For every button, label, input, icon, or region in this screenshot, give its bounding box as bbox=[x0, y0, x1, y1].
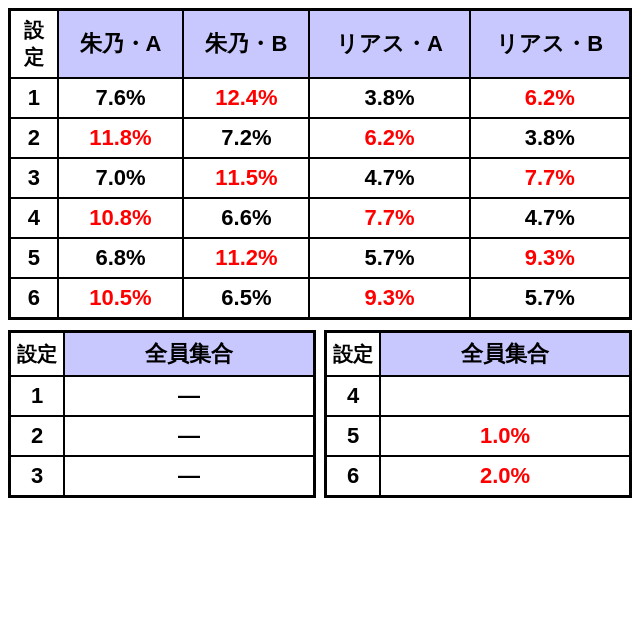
cell-rias_a: 4.7% bbox=[309, 158, 469, 198]
col-header-akane-b: 朱乃・B bbox=[183, 10, 309, 79]
cell-akane_b: 6.5% bbox=[183, 278, 309, 319]
cell-rias_b: 9.3% bbox=[470, 238, 631, 278]
cell-akane_a: 6.8% bbox=[58, 238, 184, 278]
cell-akane_b: 11.5% bbox=[183, 158, 309, 198]
table-row: 4 bbox=[326, 376, 631, 416]
row-number: 3 bbox=[10, 158, 58, 198]
cell-rias_b: 5.7% bbox=[470, 278, 631, 319]
cell-rias_a: 6.2% bbox=[309, 118, 469, 158]
cell-akane_a: 7.6% bbox=[58, 78, 184, 118]
row-number: 5 bbox=[326, 416, 381, 456]
bottom-right-table: 設定 全員集合 451.0%62.0% bbox=[324, 330, 632, 498]
page-wrapper: 設定 朱乃・A 朱乃・B リアス・A リアス・B 17.6%12.4%3.8%6… bbox=[0, 0, 640, 506]
table-row: 37.0%11.5%4.7%7.7% bbox=[10, 158, 631, 198]
cell-value: 2.0% bbox=[380, 456, 630, 497]
cell-rias_a: 5.7% bbox=[309, 238, 469, 278]
cell-rias_b: 3.8% bbox=[470, 118, 631, 158]
row-number: 1 bbox=[10, 78, 58, 118]
row-number: 6 bbox=[10, 278, 58, 319]
row-number: 2 bbox=[10, 416, 65, 456]
cell-value bbox=[380, 376, 630, 416]
row-number: 4 bbox=[326, 376, 381, 416]
table-row: 17.6%12.4%3.8%6.2% bbox=[10, 78, 631, 118]
row-number: 2 bbox=[10, 118, 58, 158]
col-header-setting: 設定 bbox=[10, 10, 58, 79]
row-number: 6 bbox=[326, 456, 381, 497]
table-row: 62.0% bbox=[326, 456, 631, 497]
cell-value: ― bbox=[64, 456, 314, 497]
table-row: 610.5%6.5%9.3%5.7% bbox=[10, 278, 631, 319]
row-number: 4 bbox=[10, 198, 58, 238]
table-row: 2― bbox=[10, 416, 315, 456]
table-row: 3― bbox=[10, 456, 315, 497]
cell-akane_b: 7.2% bbox=[183, 118, 309, 158]
cell-rias_b: 4.7% bbox=[470, 198, 631, 238]
table-row: 1― bbox=[10, 376, 315, 416]
cell-rias_a: 9.3% bbox=[309, 278, 469, 319]
cell-akane_b: 6.6% bbox=[183, 198, 309, 238]
col-header-akane-a: 朱乃・A bbox=[58, 10, 184, 79]
cell-akane_b: 11.2% bbox=[183, 238, 309, 278]
row-number: 3 bbox=[10, 456, 65, 497]
row-number: 5 bbox=[10, 238, 58, 278]
cell-rias_a: 3.8% bbox=[309, 78, 469, 118]
bottom-section: 設定 全員集合 1―2―3― 設定 全員集合 451.0%62.0% bbox=[8, 330, 632, 498]
cell-rias_b: 6.2% bbox=[470, 78, 631, 118]
cell-akane_b: 12.4% bbox=[183, 78, 309, 118]
cell-rias_a: 7.7% bbox=[309, 198, 469, 238]
table-row: 56.8%11.2%5.7%9.3% bbox=[10, 238, 631, 278]
table-row: 211.8%7.2%6.2%3.8% bbox=[10, 118, 631, 158]
cell-rias_b: 7.7% bbox=[470, 158, 631, 198]
bottom-left-col-setting: 設定 bbox=[10, 332, 65, 377]
cell-value: 1.0% bbox=[380, 416, 630, 456]
cell-value: ― bbox=[64, 376, 314, 416]
col-header-rias-a: リアス・A bbox=[309, 10, 469, 79]
row-number: 1 bbox=[10, 376, 65, 416]
cell-akane_a: 10.8% bbox=[58, 198, 184, 238]
cell-akane_a: 11.8% bbox=[58, 118, 184, 158]
top-table: 設定 朱乃・A 朱乃・B リアス・A リアス・B 17.6%12.4%3.8%6… bbox=[8, 8, 632, 320]
bottom-left-col-label: 全員集合 bbox=[64, 332, 314, 377]
table-row: 51.0% bbox=[326, 416, 631, 456]
cell-akane_a: 10.5% bbox=[58, 278, 184, 319]
cell-akane_a: 7.0% bbox=[58, 158, 184, 198]
bottom-right-container: 設定 全員集合 451.0%62.0% bbox=[324, 330, 632, 498]
bottom-left-table: 設定 全員集合 1―2―3― bbox=[8, 330, 316, 498]
cell-value: ― bbox=[64, 416, 314, 456]
bottom-right-col-setting: 設定 bbox=[326, 332, 381, 377]
col-header-rias-b: リアス・B bbox=[470, 10, 631, 79]
bottom-left-container: 設定 全員集合 1―2―3― bbox=[8, 330, 316, 498]
bottom-right-col-label: 全員集合 bbox=[380, 332, 630, 377]
table-row: 410.8%6.6%7.7%4.7% bbox=[10, 198, 631, 238]
